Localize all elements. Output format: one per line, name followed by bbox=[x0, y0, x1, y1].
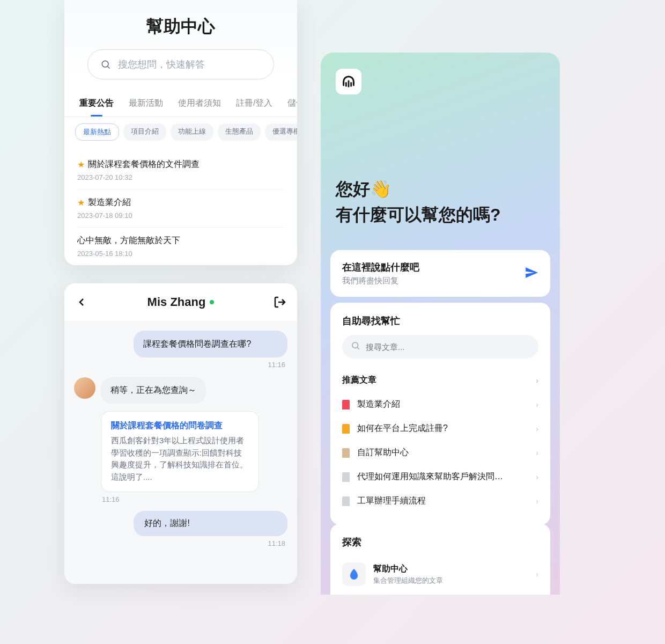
message-timestamp: 11:16 bbox=[74, 361, 285, 369]
item-timestamp: 2023-07-18 09:10 bbox=[77, 211, 284, 219]
search-icon bbox=[351, 341, 360, 353]
tab-user-guide[interactable]: 使用者須知 bbox=[178, 90, 221, 116]
item-title-text: 心中無敵，方能無敵於天下 bbox=[77, 235, 180, 246]
item-timestamp: 2023-07-20 10:32 bbox=[77, 173, 284, 181]
ask-subtitle: 我們將盡快回复 bbox=[342, 276, 419, 286]
tab-announcements[interactable]: 重要公告 bbox=[79, 90, 114, 116]
chevron-right-icon: › bbox=[536, 473, 538, 481]
chevron-right-icon: › bbox=[536, 400, 538, 409]
greeting: 您好👋 有什麼可以幫您的嗎? bbox=[336, 176, 501, 228]
list-item[interactable]: 心中無敵，方能無敵於天下 2023-05-16 18:10 bbox=[77, 228, 284, 265]
svg-line-9 bbox=[357, 347, 359, 349]
help-center-title: 幫助中心 bbox=[77, 15, 284, 39]
agent-avatar bbox=[74, 377, 95, 399]
article-row[interactable]: 工單辦理手續流程 › bbox=[342, 489, 538, 513]
agent-message-bubble: 稍等，正在為您查詢～ bbox=[101, 377, 206, 404]
leaf-icon bbox=[342, 562, 366, 586]
article-card-bubble[interactable]: 關於課程套餐價格的問卷調查 西瓜創客針對3年以上程式設計使用者學習收穫的一項調查… bbox=[101, 411, 259, 492]
article-title: 工單辦理手續流程 bbox=[357, 495, 426, 507]
item-timestamp: 2023-05-16 18:10 bbox=[77, 250, 284, 258]
article-search-input[interactable] bbox=[342, 335, 538, 358]
ask-text-block: 在這裡說點什麼吧 我們將盡快回复 bbox=[342, 261, 419, 286]
article-title: 製造業介紹 bbox=[357, 399, 400, 410]
bookmark-icon bbox=[342, 400, 350, 409]
chat-window: Mis Zhang 課程套餐價格問卷調查在哪? 11:16 稍等，正在為您查詢～… bbox=[64, 283, 297, 584]
list-item[interactable]: ★關於課程套餐價格的文件調查 2023-07-20 10:32 bbox=[77, 151, 284, 189]
greeting-line-1: 您好👋 bbox=[336, 176, 501, 202]
list-item[interactable]: ★製造業介紹 2023-07-18 09:10 bbox=[77, 189, 284, 228]
article-card-desc: 西瓜創客針對3年以上程式設計使用者學習收穫的一項調查顯示:回饋對科技興趣度提升，… bbox=[111, 435, 249, 483]
svg-line-1 bbox=[108, 67, 110, 69]
explore-item-subtitle: 集合管理組織您的文章 bbox=[373, 576, 528, 586]
article-row[interactable]: 自訂幫助中心 › bbox=[342, 441, 538, 465]
chevron-right-icon: › bbox=[536, 449, 538, 457]
search-icon bbox=[100, 59, 111, 70]
user-message-bubble: 課程套餐價格問卷調查在哪? bbox=[134, 331, 287, 357]
help-tabs: 重要公告 最新活動 使用者須知 註冊/登入 儲值 bbox=[64, 90, 297, 117]
exit-icon[interactable] bbox=[274, 296, 286, 309]
chat-agent-name: Mis Zhang bbox=[147, 295, 215, 309]
agent-name-text: Mis Zhang bbox=[147, 295, 206, 309]
ask-question-card[interactable]: 在這裡說點什麼吧 我們將盡快回复 bbox=[330, 250, 550, 297]
article-title: 自訂幫助中心 bbox=[357, 447, 409, 458]
chevron-right-icon: › bbox=[536, 497, 538, 506]
item-title-text: 製造業介紹 bbox=[88, 197, 131, 208]
brand-logo bbox=[336, 69, 361, 94]
chat-header: Mis Zhang bbox=[64, 283, 297, 321]
user-message-bubble: 好的，謝謝! bbox=[134, 511, 287, 536]
tab-deposit[interactable]: 儲值 bbox=[287, 90, 297, 116]
bookmark-icon bbox=[342, 424, 350, 434]
back-icon[interactable] bbox=[75, 296, 88, 309]
pill-projects[interactable]: 項目介紹 bbox=[123, 123, 166, 141]
pill-features[interactable]: 功能上線 bbox=[171, 123, 213, 141]
announcement-list: ★關於課程套餐價格的文件調查 2023-07-20 10:32 ★製造業介紹 2… bbox=[64, 147, 297, 265]
svg-point-8 bbox=[352, 342, 358, 348]
help-center-card: 幫助中心 重要公告 最新活動 使用者須知 註冊/登入 儲值 最新熱點 項目介紹 … bbox=[64, 0, 297, 265]
tab-events[interactable]: 最新活動 bbox=[129, 90, 163, 116]
explore-title: 探索 bbox=[342, 536, 538, 548]
article-row[interactable]: 製造業介紹 › bbox=[342, 392, 538, 416]
help-search-input[interactable] bbox=[87, 49, 274, 79]
recommended-label: 推薦文章 bbox=[342, 375, 376, 386]
bookmark-icon bbox=[342, 448, 350, 458]
message-timestamp: 11:16 bbox=[102, 495, 287, 503]
ask-title: 在這裡說點什麼吧 bbox=[342, 261, 419, 274]
chevron-right-icon: › bbox=[536, 425, 538, 433]
chevron-right-icon: › bbox=[536, 376, 538, 385]
explore-card: 探索 幫助中心 集合管理組織您的文章 › 開發者中心 問題解答 › bbox=[330, 524, 550, 595]
article-row[interactable]: 如何在平台上完成註冊? › bbox=[342, 416, 538, 441]
assistant-panel: 您好👋 有什麼可以幫您的嗎? 在這裡說點什麼吧 我們將盡快回复 自助尋找幫忙 推… bbox=[321, 53, 560, 595]
send-icon bbox=[524, 266, 538, 282]
explore-item-title: 幫助中心 bbox=[373, 564, 528, 575]
explore-row-developer-center[interactable]: 開發者中心 問題解答 › bbox=[342, 592, 538, 595]
star-icon: ★ bbox=[77, 197, 85, 208]
star-icon: ★ bbox=[77, 159, 85, 170]
search-field-wrap bbox=[87, 49, 274, 79]
self-help-title: 自助尋找幫忙 bbox=[342, 314, 538, 327]
article-card-title: 關於課程套餐價格的問卷調查 bbox=[111, 420, 249, 431]
pill-hot[interactable]: 最新熱點 bbox=[75, 123, 119, 141]
filter-pills: 最新熱點 項目介紹 功能上線 生態產品 優選專欄 bbox=[64, 117, 297, 147]
explore-row-help-center[interactable]: 幫助中心 集合管理組織您的文章 › bbox=[342, 556, 538, 592]
bookmark-icon bbox=[342, 472, 350, 482]
greeting-line-2: 有什麼可以幫您的嗎? bbox=[336, 202, 501, 228]
article-title: 如何在平台上完成註冊? bbox=[357, 423, 448, 434]
message-timestamp: 11:18 bbox=[74, 539, 285, 547]
chat-body: 課程套餐價格問卷調查在哪? 11:16 稍等，正在為您查詢～ 關於課程套餐價格的… bbox=[64, 321, 297, 566]
help-center-header: 幫助中心 bbox=[64, 0, 297, 79]
article-search-wrap bbox=[342, 335, 538, 358]
chevron-right-icon: › bbox=[536, 570, 538, 579]
article-row[interactable]: 代理如何運用知識來幫助客戶解決問… › bbox=[342, 465, 538, 489]
article-title: 代理如何運用知識來幫助客戶解決問… bbox=[357, 471, 503, 482]
pill-featured[interactable]: 優選專欄 bbox=[265, 123, 297, 141]
svg-point-0 bbox=[102, 61, 108, 67]
self-help-card: 自助尋找幫忙 推薦文章 › 製造業介紹 › 如何在平台上完成註冊? › 自訂幫助… bbox=[330, 303, 550, 525]
tab-register-login[interactable]: 註冊/登入 bbox=[236, 90, 272, 116]
bookmark-icon bbox=[342, 496, 350, 506]
pill-eco[interactable]: 生態產品 bbox=[218, 123, 261, 141]
item-title-text: 關於課程套餐價格的文件調查 bbox=[88, 159, 200, 170]
agent-message-row: 稍等，正在為您查詢～ bbox=[74, 377, 287, 404]
recommended-articles-row[interactable]: 推薦文章 › bbox=[342, 368, 538, 392]
online-status-dot bbox=[210, 300, 214, 304]
